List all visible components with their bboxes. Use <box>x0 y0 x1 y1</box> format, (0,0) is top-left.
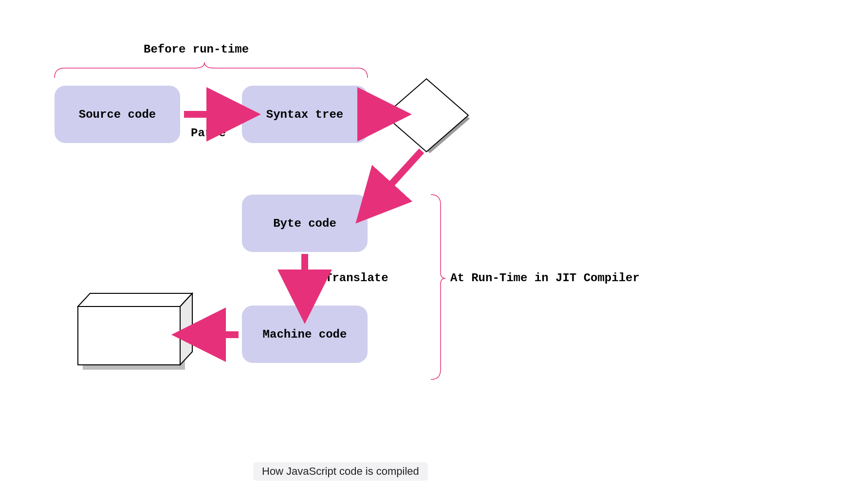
arrow-jit-to-byte <box>374 151 422 203</box>
svg-marker-4 <box>180 293 192 365</box>
label-parse: Parse <box>191 126 226 140</box>
node-byte-code: Byte code <box>242 195 368 252</box>
node-jit-compiler: JIT Compiler <box>385 95 462 134</box>
brace-before-runtime <box>55 62 368 78</box>
svg-line-8 <box>374 151 422 203</box>
node-execute: Execute <box>78 311 175 360</box>
label-translate: Translate <box>325 271 388 285</box>
node-machine-code: Machine code <box>242 306 368 363</box>
node-source-code: Source code <box>55 86 180 143</box>
svg-overlay <box>0 0 849 504</box>
svg-marker-3 <box>78 293 192 306</box>
brace-at-runtime <box>431 195 445 379</box>
diagram-canvas: Before run-time Source code Syntax tree … <box>0 0 849 504</box>
diagram-caption: How JavaScript code is compiled <box>253 462 428 481</box>
label-at-runtime: At Run-Time in JIT Compiler <box>450 271 640 285</box>
node-jit-line1: JIT <box>413 101 434 115</box>
node-syntax-tree: Syntax tree <box>242 86 368 143</box>
node-jit-line2: Compiler <box>395 115 451 128</box>
header-before-runtime: Before run-time <box>144 43 249 56</box>
